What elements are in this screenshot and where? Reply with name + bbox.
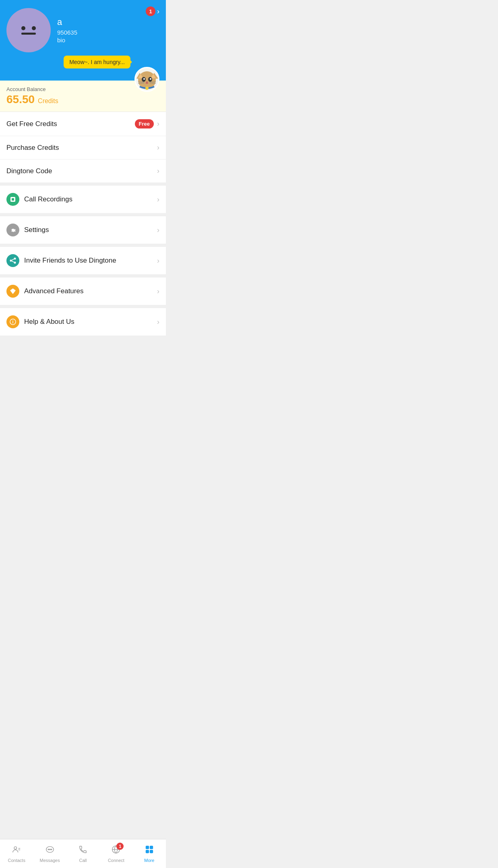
settings-icon [6, 224, 19, 236]
settings-chevron: › [157, 226, 159, 234]
svg-point-17 [14, 258, 16, 260]
diamond-icon [10, 288, 16, 294]
speech-bubble: Meow~. I am hungry... [64, 56, 130, 68]
content-spacer [0, 339, 166, 363]
svg-marker-22 [10, 288, 16, 294]
avatar-eye-right [32, 26, 36, 30]
help-about-label: Help & About Us [24, 318, 157, 326]
settings-item[interactable]: Settings › [0, 216, 166, 244]
svg-line-21 [12, 261, 14, 262]
call-recordings-section: Call Recordings › [0, 186, 166, 213]
svg-rect-16 [12, 198, 14, 201]
user-name: a [57, 17, 159, 27]
balance-amount-container: 65.50 Credits [6, 93, 159, 106]
svg-point-7 [143, 78, 145, 80]
recording-icon [10, 196, 16, 203]
avatar-eye-left [21, 26, 25, 30]
svg-point-19 [14, 262, 16, 264]
gear-icon [10, 227, 16, 233]
purchase-credits-item[interactable]: Purchase Credits › [0, 136, 166, 160]
notification-badge: 1 [146, 6, 155, 16]
user-bio: bio [57, 37, 159, 44]
svg-point-18 [10, 260, 12, 262]
balance-label: Account Balance [6, 86, 159, 92]
balance-number: 65.50 [6, 93, 35, 106]
user-id: 950635 [57, 29, 159, 36]
avatar-eyes [21, 26, 36, 30]
avatar[interactable] [6, 8, 51, 52]
invite-friends-item[interactable]: Invite Friends to Use Dingtone › [0, 247, 166, 274]
advanced-features-section: Advanced Features › [0, 278, 166, 305]
cat-avatar[interactable] [134, 67, 159, 92]
purchase-credits-chevron: › [157, 143, 159, 152]
call-recordings-item[interactable]: Call Recordings › [0, 186, 166, 213]
svg-point-8 [150, 78, 151, 80]
svg-point-9 [146, 82, 148, 83]
help-about-item[interactable]: i Help & About Us › [0, 308, 166, 336]
settings-label: Settings [24, 226, 157, 234]
avatar-face [21, 26, 36, 35]
advanced-icon [6, 285, 19, 298]
call-recordings-icon [6, 193, 19, 206]
settings-section: Settings › [0, 216, 166, 244]
credits-menu-section: Get Free Credits Free › Purchase Credits… [0, 112, 166, 182]
dingtone-code-chevron: › [157, 167, 159, 175]
advanced-features-item[interactable]: Advanced Features › [0, 278, 166, 305]
dingtone-code-item[interactable]: Dingtone Code › [0, 160, 166, 182]
svg-line-20 [12, 259, 14, 260]
profile-header: 1 › a 950635 bio Meow~. I am hun [0, 0, 166, 81]
invite-friends-section: Invite Friends to Use Dingtone › [0, 247, 166, 274]
user-info: a 950635 bio [57, 17, 159, 44]
advanced-features-label: Advanced Features [24, 287, 157, 295]
help-about-chevron: › [157, 318, 159, 326]
advanced-features-chevron: › [157, 287, 159, 296]
notification-count: 1 [149, 8, 152, 15]
info-icon: i [10, 319, 16, 325]
svg-text:i: i [12, 320, 14, 324]
invite-friends-chevron: › [157, 257, 159, 265]
notification-area[interactable]: 1 › [146, 6, 159, 16]
invite-icon [6, 254, 19, 267]
call-recordings-label: Call Recordings [24, 195, 157, 203]
avatar-mouth [21, 33, 36, 35]
svg-point-14 [145, 87, 149, 90]
get-free-credits-label: Get Free Credits [6, 120, 135, 128]
cat-icon [136, 68, 158, 91]
dingtone-code-label: Dingtone Code [6, 167, 157, 175]
balance-unit: Credits [38, 97, 58, 105]
get-free-credits-chevron: › [157, 120, 159, 128]
get-free-credits-item[interactable]: Get Free Credits Free › [0, 112, 166, 136]
free-badge: Free [135, 119, 154, 128]
help-about-section: i Help & About Us › [0, 308, 166, 336]
invite-friends-label: Invite Friends to Use Dingtone [24, 257, 157, 265]
purchase-credits-label: Purchase Credits [6, 144, 157, 152]
share-icon [10, 257, 16, 264]
call-recordings-chevron: › [157, 195, 159, 204]
notification-arrow-icon: › [157, 7, 159, 16]
help-icon: i [6, 315, 19, 328]
